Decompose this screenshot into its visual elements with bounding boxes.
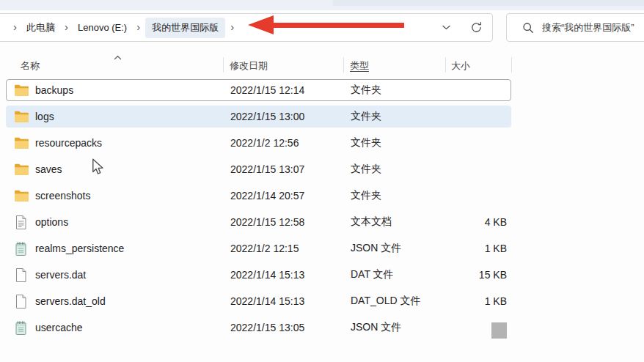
file-type: JSON 文件	[351, 317, 401, 338]
address-dropdown-button[interactable]	[436, 18, 455, 37]
file-name: logs	[35, 111, 54, 122]
file-size: 1 KB	[485, 238, 507, 259]
file-type: 文件夹	[351, 106, 381, 127]
file-size: 1 KB	[485, 291, 507, 311]
file-date: 2022/1/2 12:56	[230, 133, 299, 153]
file-name-cell: backups	[14, 80, 73, 100]
file-list: backups 2022/1/15 12:14 文件夹 logs 2022/1/…	[6, 79, 511, 343]
file-date: 2022/1/15 13:00	[230, 106, 304, 127]
toolbar-remnant	[333, 0, 644, 6]
refresh-button[interactable]	[466, 18, 486, 37]
file-name-cell: usercache	[14, 317, 83, 338]
column-separator[interactable]	[343, 57, 344, 73]
file-date: 2022/1/15 13:07	[230, 159, 304, 180]
file-row[interactable]: servers.dat 2022/1/14 15:13 DAT 文件 15 KB	[6, 264, 511, 286]
file-name: options	[35, 216, 68, 228]
file-name: resourcepacks	[35, 137, 102, 149]
folder-icon	[14, 163, 29, 176]
file-name-cell: realms_persistence	[14, 238, 124, 259]
file-name-cell: options	[14, 212, 68, 232]
column-separator[interactable]	[511, 57, 512, 73]
file-name: realms_persistence	[35, 243, 124, 254]
file-date: 2022/1/2 12:15	[230, 238, 299, 259]
folder-icon	[14, 189, 29, 202]
file-row[interactable]: logs 2022/1/15 13:00 文件夹	[6, 106, 511, 128]
search-placeholder: 搜索“我的世界国际版”	[542, 21, 634, 34]
file-date: 2022/1/15 12:14	[230, 80, 304, 100]
file-type: 文件夹	[351, 159, 381, 180]
file-type: 文本文档	[351, 212, 392, 232]
file-name: servers.dat	[35, 269, 86, 281]
file-name: backups	[35, 84, 73, 96]
column-header-name[interactable]: 名称	[21, 59, 40, 73]
folder-icon	[14, 136, 29, 149]
file-row[interactable]: screenshots 2022/1/14 20:57 文件夹	[6, 185, 511, 207]
file-name: servers.dat_old	[35, 295, 106, 307]
address-bar[interactable]: › 此电脑 › Lenovo (E:) › 我的世界国际版 ›	[0, 13, 493, 42]
column-header-type[interactable]: 类型	[350, 59, 369, 73]
column-header-date[interactable]: 修改日期	[230, 59, 268, 73]
file-date: 2022/1/15 12:58	[230, 212, 304, 232]
file-date: 2022/1/15 13:05	[230, 317, 304, 338]
file-type: DAT 文件	[351, 265, 394, 285]
file-row[interactable]: backups 2022/1/15 12:14 文件夹	[6, 79, 511, 101]
file-name-cell: screenshots	[14, 185, 90, 206]
file-row[interactable]: servers.dat_old 2022/1/14 15:13 DAT_OLD …	[6, 290, 511, 312]
folder-icon	[14, 84, 29, 97]
redaction-block	[491, 322, 507, 339]
breadcrumb-overflow-chevron-icon[interactable]: ›	[8, 21, 22, 34]
file-name-cell: servers.dat	[14, 265, 86, 285]
window-top-strip	[0, 0, 644, 10]
column-separator[interactable]	[445, 57, 446, 73]
file-size	[491, 317, 507, 338]
chevron-right-icon[interactable]: ›	[59, 21, 73, 34]
file-size: 4 KB	[485, 212, 507, 232]
search-icon	[522, 22, 534, 34]
file-row[interactable]: options 2022/1/15 12:58 文本文档 4 KB	[6, 211, 511, 233]
sort-ascending-icon	[113, 51, 122, 62]
file-date: 2022/1/14 20:57	[230, 185, 304, 206]
dat-file-icon	[14, 294, 29, 309]
file-type: DAT_OLD 文件	[351, 291, 420, 311]
chevron-right-icon[interactable]: ›	[131, 21, 145, 34]
file-row[interactable]: usercache 2022/1/15 13:05 JSON 文件	[6, 317, 511, 339]
file-name: usercache	[35, 322, 83, 333]
file-row[interactable]: saves 2022/1/15 13:07 文件夹	[6, 158, 511, 180]
file-date: 2022/1/14 15:13	[230, 291, 304, 311]
file-name-cell: saves	[14, 159, 62, 180]
file-size: 15 KB	[479, 265, 507, 285]
dat-file-icon	[14, 267, 29, 283]
file-name: saves	[35, 163, 62, 175]
search-box[interactable]: 搜索“我的世界国际版”	[506, 13, 644, 42]
file-type: 文件夹	[351, 185, 381, 206]
breadcrumb-item-current-folder[interactable]: 我的世界国际版	[145, 18, 225, 38]
file-name: screenshots	[35, 190, 90, 202]
column-separator[interactable]	[223, 57, 224, 73]
json-file-icon	[14, 241, 29, 256]
column-header-row: 名称 修改日期 类型 大小	[0, 53, 644, 75]
json-file-icon	[14, 320, 29, 336]
file-row[interactable]: resourcepacks 2022/1/2 12:56 文件夹	[6, 132, 511, 154]
chevron-down-icon	[442, 24, 451, 31]
chevron-right-icon[interactable]: ›	[225, 21, 239, 34]
file-explorer-window: › 此电脑 › Lenovo (E:) › 我的世界国际版 › 搜	[0, 0, 644, 362]
file-row[interactable]: realms_persistence 2022/1/2 12:15 JSON 文…	[6, 237, 511, 259]
column-header-size[interactable]: 大小	[451, 59, 470, 73]
breadcrumb-item-this-pc[interactable]: 此电脑	[22, 18, 59, 38]
text-file-icon	[14, 215, 29, 230]
refresh-icon	[470, 21, 483, 34]
file-date: 2022/1/14 15:13	[230, 265, 304, 285]
file-type: 文件夹	[351, 80, 381, 100]
file-name-cell: servers.dat_old	[14, 291, 106, 311]
file-name-cell: logs	[14, 106, 54, 127]
breadcrumb-item-drive[interactable]: Lenovo (E:)	[73, 18, 131, 37]
file-type: 文件夹	[351, 133, 381, 153]
file-type: JSON 文件	[351, 238, 401, 259]
folder-icon	[14, 110, 29, 123]
file-name-cell: resourcepacks	[14, 133, 102, 153]
